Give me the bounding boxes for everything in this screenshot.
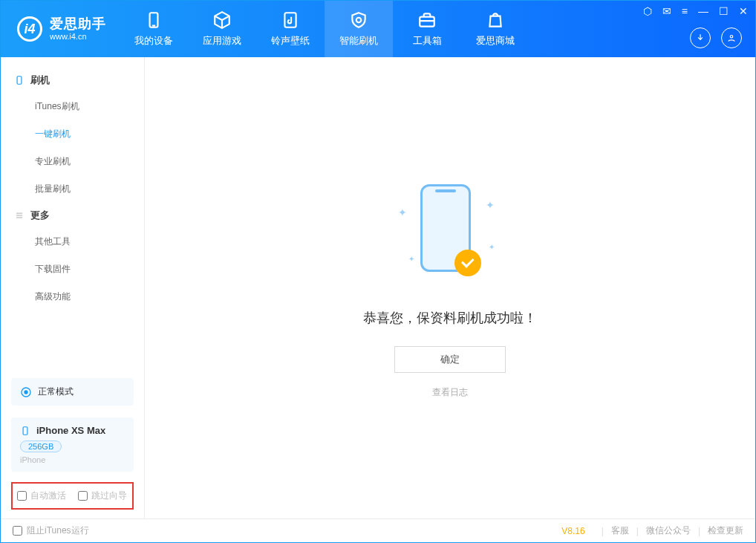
checkbox-input[interactable] (17, 491, 27, 501)
feedback-icon[interactable]: ✉ (662, 5, 671, 17)
window-controls: ⬡ ✉ ≡ — ☐ ✕ (643, 5, 748, 17)
success-message: 恭喜您，保资料刷机成功啦！ (363, 309, 537, 327)
main-panel: ✦ ✦ ✦ ✦ 恭喜您，保资料刷机成功啦！ 确定 查看日志 (145, 57, 755, 518)
tab-mydevice[interactable]: 我的设备 (120, 1, 188, 57)
sidebar-item-download-firmware[interactable]: 下载固件 (1, 256, 144, 283)
tab-store[interactable]: 爱思商城 (461, 1, 529, 57)
header-action-circles (690, 27, 742, 48)
view-log-link[interactable]: 查看日志 (432, 386, 468, 399)
device-type: iPhone (20, 455, 125, 464)
minimize-button[interactable]: — (698, 5, 708, 17)
titlebar: i4 爱思助手 www.i4.cn 我的设备 应用游戏 铃声壁纸 智能刷机 工具… (1, 1, 755, 57)
sparkle-icon: ✦ (398, 207, 407, 218)
check-badge-icon (454, 250, 481, 276)
sidebar-item-oneclick-flash[interactable]: 一键刷机 (1, 120, 144, 148)
svg-point-4 (730, 36, 733, 39)
tab-label: 爱思商城 (476, 34, 515, 48)
ok-button[interactable]: 确定 (394, 346, 506, 373)
refresh-shield-icon (349, 10, 368, 30)
list-icon (14, 210, 25, 221)
device-icon (20, 426, 30, 436)
sidebar-group-flash: 刷机 (1, 68, 144, 93)
tab-label: 铃声壁纸 (271, 34, 310, 48)
sidebar-item-advanced[interactable]: 高级功能 (1, 283, 144, 310)
checkbox-block-itunes[interactable]: 阻止iTunes运行 (13, 524, 89, 537)
checkbox-label: 阻止iTunes运行 (27, 524, 89, 537)
tab-label: 智能刷机 (339, 34, 378, 48)
footer-link-update[interactable]: 检查更新 (708, 524, 743, 537)
checkbox-input[interactable] (13, 526, 22, 536)
separator: | (698, 526, 700, 536)
tab-flash[interactable]: 智能刷机 (325, 1, 393, 57)
tab-apps[interactable]: 应用游戏 (188, 1, 256, 57)
mode-icon (20, 386, 32, 398)
sidebar-item-other-tools[interactable]: 其他工具 (1, 228, 144, 256)
close-button[interactable]: ✕ (739, 5, 748, 17)
version-label: V8.16 (561, 526, 584, 536)
footer: 阻止iTunes运行 V8.16 | 客服 | 微信公众号 | 检查更新 (1, 518, 755, 542)
sparkle-icon: ✦ (408, 255, 414, 263)
checkbox-label: 自动激活 (30, 490, 66, 502)
nav-tabs: 我的设备 应用游戏 铃声壁纸 智能刷机 工具箱 爱思商城 (120, 1, 529, 57)
sidebar-item-batch-flash[interactable]: 批量刷机 (1, 175, 144, 203)
footer-link-support[interactable]: 客服 (611, 524, 629, 537)
tab-ringtones[interactable]: 铃声壁纸 (256, 1, 325, 57)
sidebar-item-itunes-flash[interactable]: iTunes刷机 (1, 93, 144, 120)
svg-rect-11 (23, 426, 27, 435)
tab-label: 工具箱 (413, 34, 442, 48)
svg-rect-5 (17, 77, 22, 85)
app-name: 爱思助手 (50, 17, 106, 32)
sparkle-icon: ✦ (486, 199, 495, 211)
tab-tools[interactable]: 工具箱 (393, 1, 461, 57)
sidebar: 刷机 iTunes刷机 一键刷机 专业刷机 批量刷机 更多 其他工具 下载固件 … (1, 57, 145, 518)
device-name: iPhone XS Max (36, 425, 105, 436)
checkbox-label: 跳过向导 (91, 490, 127, 502)
options-row: 自动激活 跳过向导 (11, 482, 134, 510)
sidebar-item-pro-flash[interactable]: 专业刷机 (1, 148, 144, 175)
account-button[interactable] (721, 27, 742, 48)
separator: | (636, 526, 639, 536)
sidebar-group-more: 更多 (1, 203, 144, 228)
checkbox-input[interactable] (78, 491, 88, 501)
app-subtitle: www.i4.cn (50, 32, 106, 41)
download-button[interactable] (690, 27, 711, 48)
group-title: 刷机 (30, 74, 50, 87)
shirt-icon[interactable]: ⬡ (643, 5, 652, 17)
bag-icon (486, 10, 505, 30)
success-illustration: ✦ ✦ ✦ ✦ (383, 177, 517, 288)
phone-outline-icon (14, 75, 25, 85)
mode-label: 正常模式 (38, 386, 74, 398)
footer-link-wechat[interactable]: 微信公众号 (646, 524, 691, 537)
tab-label: 应用游戏 (203, 34, 241, 48)
menu-icon[interactable]: ≡ (682, 5, 688, 17)
tab-label: 我的设备 (134, 34, 173, 48)
logo-icon: i4 (17, 16, 42, 42)
checkbox-auto-activate[interactable]: 自动激活 (17, 490, 66, 502)
sparkle-icon: ✦ (489, 243, 495, 251)
svg-point-10 (25, 391, 27, 394)
maximize-button[interactable]: ☐ (719, 5, 729, 17)
checkbox-skip-guide[interactable]: 跳过向导 (78, 490, 127, 502)
device-capacity: 256GB (20, 440, 62, 452)
group-title: 更多 (30, 209, 50, 222)
music-file-icon (281, 10, 300, 30)
device-box[interactable]: iPhone XS Max 256GB iPhone (11, 417, 134, 472)
toolbox-icon (417, 10, 437, 30)
cube-icon (212, 10, 232, 30)
mode-box[interactable]: 正常模式 (11, 378, 134, 406)
separator: | (602, 526, 604, 536)
app-logo: i4 爱思助手 www.i4.cn (1, 1, 120, 57)
phone-icon (144, 10, 163, 30)
